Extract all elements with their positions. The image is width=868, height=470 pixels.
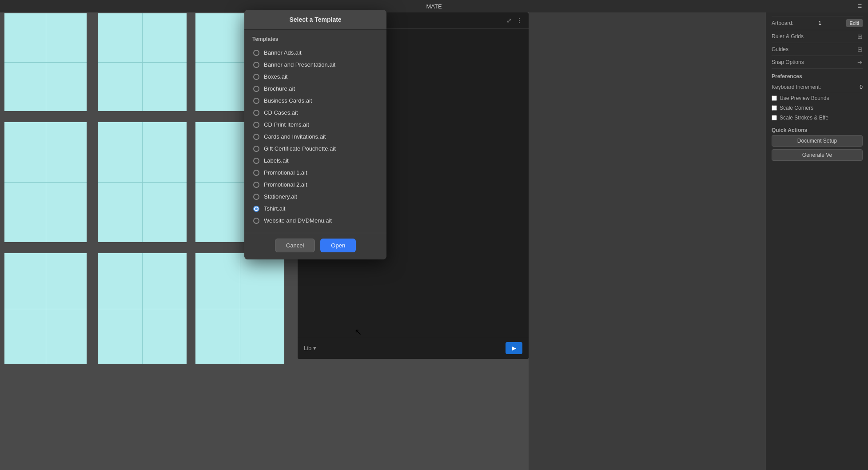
template-name-stationery: Stationery.ait <box>264 193 297 200</box>
snap-options-icon[interactable]: ⇥ <box>857 59 863 66</box>
artboard-8 <box>98 253 187 364</box>
template-name-cd-cases: CD Cases.ait <box>264 109 298 116</box>
artboard-9 <box>195 253 284 364</box>
menu-icon[interactable]: ≡ <box>858 2 862 10</box>
template-item-cd-cases[interactable]: CD Cases.ait <box>252 107 378 119</box>
keyboard-increment-label: Keyboard Increment: <box>772 84 821 90</box>
panel-bottom-bar: Lib ▾ ▶ <box>298 337 529 359</box>
generate-ve-button[interactable]: Generate Ve <box>772 149 863 161</box>
snap-options-label: Snap Options <box>772 59 804 65</box>
radio-business-cards[interactable] <box>253 98 259 104</box>
template-item-promotional-2[interactable]: Promotional 2.ait <box>252 179 378 191</box>
template-item-boxes[interactable]: Boxes.ait <box>252 71 378 83</box>
cancel-button[interactable]: Cancel <box>275 239 315 252</box>
modal-footer: Cancel Open <box>244 233 386 259</box>
template-item-cards-invitations[interactable]: Cards and Invitations.ait <box>252 131 378 143</box>
app-title: MATE <box>426 3 442 10</box>
artboard-5 <box>98 122 187 242</box>
ruler-grids-icon[interactable]: ⊞ <box>857 33 863 40</box>
preferences-title: Preferences <box>772 69 863 81</box>
guides-row: Guides ⊟ <box>772 43 863 56</box>
template-item-stationery[interactable]: Stationery.ait <box>252 191 378 203</box>
radio-labels[interactable] <box>253 158 259 164</box>
expand-icon[interactable]: ⤢ <box>506 17 512 24</box>
guides-icon[interactable]: ⊟ <box>857 46 863 53</box>
template-name-boxes: Boxes.ait <box>264 73 287 80</box>
artboard-row: Artboard: 1 Editi <box>772 16 863 30</box>
template-name-banner-ads: Banner Ads.ait <box>264 49 302 56</box>
quick-actions-title: Quick Actions <box>772 123 863 135</box>
lib-button[interactable]: Lib ▾ <box>304 345 316 351</box>
keyboard-increment-value: 0 <box>860 84 863 90</box>
artboard-7 <box>4 253 87 364</box>
template-item-banner-presentation[interactable]: Banner and Presentation.ait <box>252 59 378 71</box>
template-list: Banner Ads.aitBanner and Presentation.ai… <box>252 47 378 227</box>
radio-promotional-2[interactable] <box>253 182 259 188</box>
artboard-label: Artboard: <box>772 20 793 26</box>
template-name-website-dvdmenu: Website and DVDMenu.ait <box>264 217 332 224</box>
template-name-cd-print-items: CD Print Items.ait <box>264 121 309 128</box>
template-name-promotional-1: Promotional 1.ait <box>264 169 307 176</box>
open-button[interactable]: Open <box>320 239 356 252</box>
guides-label: Guides <box>772 46 788 52</box>
ruler-grids-label: Ruler & Grids <box>772 33 804 40</box>
scale-corners-label: Scale Corners <box>780 105 813 111</box>
template-item-banner-ads[interactable]: Banner Ads.ait <box>252 47 378 59</box>
template-item-cd-print-items[interactable]: CD Print Items.ait <box>252 119 378 131</box>
template-name-gift-certificate: Gift Certificate Pouchette.ait <box>264 145 336 152</box>
template-item-business-cards[interactable]: Business Cards.ait <box>252 95 378 107</box>
template-item-website-dvdmenu[interactable]: Website and DVDMenu.ait <box>252 215 378 227</box>
artboard-1 <box>4 13 87 111</box>
radio-cd-cases[interactable] <box>253 110 259 116</box>
template-item-gift-certificate[interactable]: Gift Certificate Pouchette.ait <box>252 143 378 155</box>
right-panel: Units: Millime Artboard: 1 Editi Ruler &… <box>766 0 868 470</box>
modal-header: Select a Template <box>244 10 386 30</box>
radio-promotional-1[interactable] <box>253 170 259 176</box>
scale-strokes-label: Scale Strokes & Effe <box>780 115 828 121</box>
template-item-promotional-1[interactable]: Promotional 1.ait <box>252 167 378 179</box>
artboard-2 <box>98 13 187 111</box>
radio-cd-print-items[interactable] <box>253 122 259 128</box>
modal-body: Templates Banner Ads.aitBanner and Prese… <box>244 30 386 233</box>
scale-corners-checkbox[interactable] <box>772 105 777 111</box>
keyboard-increment-row: Keyboard Increment: 0 <box>772 81 863 93</box>
template-name-banner-presentation: Banner and Presentation.ait <box>264 61 335 68</box>
use-preview-bounds-row: Use Preview Bounds <box>772 93 863 103</box>
template-name-business-cards: Business Cards.ait <box>264 97 312 104</box>
radio-stationery[interactable] <box>253 194 259 200</box>
template-item-tshirt[interactable]: Tshirt.ait <box>252 203 378 215</box>
modal-title: Select a Template <box>252 16 378 23</box>
radio-tshirt[interactable] <box>253 206 259 212</box>
edit-button[interactable]: Editi <box>846 19 863 27</box>
radio-website-dvdmenu[interactable] <box>253 218 259 224</box>
panel-icons: ⤢ ⋮ <box>506 17 522 24</box>
radio-banner-presentation[interactable] <box>253 62 259 68</box>
use-preview-bounds-label: Use Preview Bounds <box>780 95 829 101</box>
scale-corners-row: Scale Corners <box>772 103 863 113</box>
title-bar: MATE ≡ <box>0 0 868 12</box>
send-button[interactable]: ▶ <box>506 342 522 354</box>
use-preview-bounds-checkbox[interactable] <box>772 96 777 101</box>
lib-chevron: ▾ <box>313 345 316 351</box>
template-item-brochure[interactable]: Brochure.ait <box>252 83 378 95</box>
template-name-cards-invitations: Cards and Invitations.ait <box>264 133 326 140</box>
lib-label: Lib <box>304 345 311 351</box>
template-name-promotional-2: Promotional 2.ait <box>264 181 307 188</box>
template-name-tshirt: Tshirt.ait <box>264 205 285 212</box>
modal-section-title: Templates <box>252 36 378 42</box>
snap-options-row: Snap Options ⇥ <box>772 56 863 69</box>
ruler-grids-row: Ruler & Grids ⊞ <box>772 30 863 43</box>
radio-cards-invitations[interactable] <box>253 134 259 140</box>
template-modal: Select a Template Templates Banner Ads.a… <box>244 10 386 259</box>
radio-gift-certificate[interactable] <box>253 146 259 152</box>
template-name-labels: Labels.ait <box>264 157 289 164</box>
radio-banner-ads[interactable] <box>253 50 259 56</box>
more-icon[interactable]: ⋮ <box>516 17 522 24</box>
document-setup-button[interactable]: Document Setup <box>772 135 863 147</box>
scale-strokes-checkbox[interactable] <box>772 115 777 120</box>
radio-boxes[interactable] <box>253 74 259 80</box>
radio-brochure[interactable] <box>253 86 259 92</box>
artboard-4 <box>4 122 87 242</box>
template-item-labels[interactable]: Labels.ait <box>252 155 378 167</box>
scale-strokes-row: Scale Strokes & Effe <box>772 113 863 123</box>
